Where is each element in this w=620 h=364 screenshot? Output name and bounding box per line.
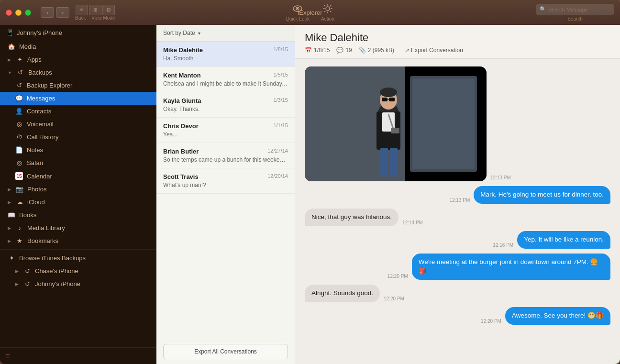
forward-button[interactable]: › bbox=[56, 7, 69, 18]
icloud-expand-arrow: ▶ bbox=[8, 200, 11, 205]
list-item[interactable]: Brian Butler 12/27/14 So the temps came … bbox=[156, 143, 295, 168]
sidebar-item-icloud[interactable]: ▶ ☁ iCloud bbox=[0, 196, 156, 209]
quick-look-action[interactable]: Quick Look bbox=[286, 2, 310, 22]
maximize-button[interactable] bbox=[25, 10, 31, 16]
icloud-icon: ☁ bbox=[16, 199, 23, 206]
sidebar-item-browse-itunes[interactable]: ✦ Browse iTunes Backups bbox=[0, 252, 156, 265]
search-input[interactable] bbox=[548, 7, 610, 12]
msg-date: 12/20/14 bbox=[267, 173, 288, 180]
msg-time: 12:20 PM bbox=[388, 274, 408, 279]
sidebar: 📱 Johnny's iPhone 🏠 Media ▶ ✦ Apps ▼ ↺ B… bbox=[0, 25, 156, 364]
msg-preview: Yea... bbox=[163, 131, 288, 138]
quick-look-icon bbox=[291, 2, 304, 15]
messages-area: 12:13 PM 12:13 PM Mark. He's going to me… bbox=[295, 59, 620, 364]
message-row: Alright. Sounds good. 12:20 PM bbox=[305, 285, 610, 302]
search-label: Search bbox=[567, 16, 583, 22]
sidebar-item-johnnys-iphone[interactable]: ▶ ↺ Johnny's iPhone bbox=[0, 277, 156, 290]
sidebar-item-media-library[interactable]: ▶ ♪ Media Library bbox=[0, 221, 156, 234]
svg-point-14 bbox=[380, 88, 397, 97]
msg-preview: Chelsea and I might be able to make it S… bbox=[163, 80, 288, 87]
bookmarks-expand-arrow: ▶ bbox=[8, 239, 11, 243]
message-bubble: Alright. Sounds good. bbox=[305, 285, 380, 302]
nav-buttons: ‹ › bbox=[41, 7, 69, 18]
device-name: Johnny's iPhone bbox=[17, 29, 62, 36]
photo-svg bbox=[305, 66, 487, 181]
msg-date: 12/27/14 bbox=[267, 148, 288, 155]
chases-expand-arrow: ▶ bbox=[15, 269, 19, 274]
sidebar-item-backup-explorer[interactable]: ↺ Backup Explorer bbox=[0, 79, 156, 92]
message-row: 12:13 PM bbox=[305, 66, 610, 181]
search-box[interactable]: 🔍 bbox=[536, 4, 614, 15]
grid-view-button[interactable]: ⊟ bbox=[102, 5, 115, 15]
column-view-button[interactable]: ⊞ bbox=[89, 5, 101, 15]
msg-date: 1/1/15 bbox=[273, 122, 288, 130]
sidebar-label-johnnys-iphone: Johnny's iPhone bbox=[35, 280, 80, 287]
message-bubble: We're meeting at the burger joint in dow… bbox=[412, 254, 610, 280]
back-button[interactable]: ‹ bbox=[41, 7, 54, 18]
conversation-panel: Mike Dalehite 📅 1/8/15 💬 19 📎 2 (995 kB) bbox=[295, 25, 620, 364]
sidebar-item-call-history[interactable]: ⏱ Call History bbox=[0, 131, 156, 143]
hamburger-icon[interactable]: ≡ bbox=[6, 352, 10, 360]
media-icon: 🏠 bbox=[8, 43, 15, 50]
messages-icon: 💬 bbox=[15, 95, 23, 102]
sidebar-item-chases-iphone[interactable]: ▶ ↺ Chase's iPhone bbox=[0, 265, 156, 277]
msg-date: 1/3/15 bbox=[273, 97, 288, 104]
calendar-meta-icon: 📅 bbox=[305, 47, 312, 54]
johnnys-iphone-icon: ↺ bbox=[23, 280, 31, 287]
msg-time: 12:20 PM bbox=[481, 319, 501, 324]
sidebar-item-contacts[interactable]: 👤 Contacts bbox=[0, 105, 156, 118]
list-item[interactable]: Scott Travis 12/20/14 What's up man!? bbox=[156, 168, 295, 194]
msg-sender: Chris Devor bbox=[163, 122, 199, 130]
action-action[interactable]: Action bbox=[321, 2, 334, 22]
sidebar-item-apps[interactable]: ▶ ✦ Apps bbox=[0, 53, 156, 66]
sidebar-item-photos[interactable]: ▶ 📷 Photos bbox=[0, 183, 156, 196]
msg-preview: What's up man!? bbox=[163, 182, 288, 188]
sidebar-item-media[interactable]: 🏠 Media bbox=[0, 40, 156, 53]
list-item[interactable]: Mike Dalehite 1/8/15 Ha. Smooth bbox=[156, 42, 295, 67]
export-all-button[interactable]: Export All Conversations bbox=[163, 344, 288, 359]
list-view-button[interactable]: ≡ bbox=[76, 5, 88, 15]
msg-date: 1/8/15 bbox=[273, 46, 288, 54]
msg-time: 12:16 PM bbox=[493, 243, 513, 248]
sidebar-item-notes[interactable]: 📄 Notes bbox=[0, 143, 156, 156]
browse-itunes-icon: ✦ bbox=[8, 254, 15, 262]
svg-rect-18 bbox=[390, 148, 398, 176]
conv-date: 📅 1/8/15 bbox=[305, 47, 330, 54]
contacts-icon: 👤 bbox=[15, 108, 23, 115]
sidebar-label-voicemail: Voicemail bbox=[27, 121, 54, 128]
sidebar-item-safari[interactable]: ◎ Safari bbox=[0, 156, 156, 169]
main-content: 📱 Johnny's iPhone 🏠 Media ▶ ✦ Apps ▼ ↺ B… bbox=[0, 25, 620, 364]
books-icon: 📖 bbox=[8, 211, 15, 219]
sidebar-item-bookmarks[interactable]: ▶ ★ Bookmarks bbox=[0, 234, 156, 247]
list-item[interactable]: Chris Devor 1/1/15 Yea... bbox=[156, 118, 295, 143]
media-library-icon: ♪ bbox=[16, 224, 23, 232]
gear-icon bbox=[321, 2, 334, 15]
sidebar-label-calendar: Calendar bbox=[27, 173, 52, 180]
sidebar-item-backups[interactable]: ▼ ↺ Backups bbox=[0, 66, 156, 79]
list-item[interactable]: Kayla Giunta 1/3/15 Okay. Thanks. bbox=[156, 92, 295, 118]
msg-time: 12:14 PM bbox=[402, 220, 423, 225]
chases-iphone-icon: ↺ bbox=[23, 267, 31, 275]
bookmarks-icon: ★ bbox=[16, 237, 23, 244]
list-item[interactable]: Kent Manton 1/5/15 Chelsea and I might b… bbox=[156, 67, 295, 92]
view-mode-label: View Mode bbox=[91, 15, 115, 21]
message-bubble: Awesome. See you there! 😁🎁 bbox=[505, 307, 610, 325]
sidebar-item-voicemail[interactable]: ◎ Voicemail bbox=[0, 118, 156, 131]
sidebar-label-bookmarks: Bookmarks bbox=[27, 237, 58, 244]
sidebar-label-books: Books bbox=[19, 211, 36, 219]
msg-time: 12:20 PM bbox=[384, 296, 404, 301]
sidebar-bottom: ≡ bbox=[0, 347, 156, 364]
sidebar-label-icloud: iCloud bbox=[27, 199, 45, 206]
notes-icon: 📄 bbox=[15, 146, 23, 154]
close-button[interactable] bbox=[6, 10, 12, 16]
sort-label[interactable]: Sort by Date bbox=[163, 30, 195, 36]
svg-rect-12 bbox=[389, 98, 395, 101]
msg-time: 12:13 PM bbox=[490, 175, 511, 180]
sidebar-item-books[interactable]: 📖 Books bbox=[0, 209, 156, 221]
export-conversation-button[interactable]: ↗ Export Conversation bbox=[405, 47, 463, 54]
sidebar-label-chases-iphone: Chase's iPhone bbox=[35, 267, 78, 275]
sidebar-item-calendar[interactable]: 15 Calendar bbox=[0, 169, 156, 183]
sidebar-item-messages[interactable]: 💬 Messages bbox=[0, 92, 156, 105]
msg-preview: So the temps came up a bunch for this we… bbox=[163, 156, 288, 163]
minimize-button[interactable] bbox=[15, 10, 22, 16]
